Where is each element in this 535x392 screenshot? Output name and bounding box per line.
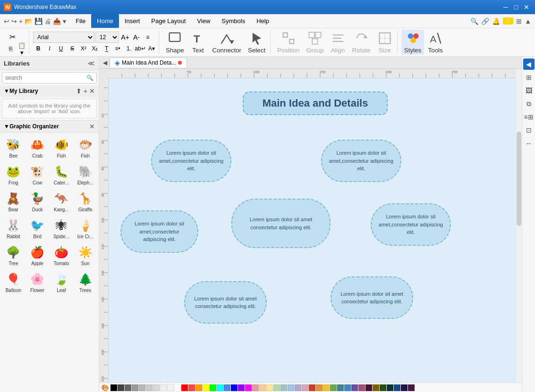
vertical-scrollbar[interactable] (516, 69, 522, 383)
color-swatch[interactable] (323, 384, 330, 391)
color-swatch[interactable] (273, 384, 280, 391)
color-swatch[interactable] (316, 384, 323, 391)
color-swatch[interactable] (401, 384, 408, 391)
color-swatch[interactable] (408, 384, 415, 391)
scrollbar-thumb[interactable] (517, 132, 521, 226)
align-button[interactable]: Align (328, 30, 348, 55)
cloud-shape-1[interactable]: Lorem ipsum dolor sit amet,consectetur a… (151, 140, 231, 182)
color-swatch[interactable] (238, 384, 245, 391)
export-button[interactable]: 📤 (53, 17, 61, 25)
symbol-item-bird[interactable]: 🐦Bird (26, 215, 49, 241)
color-swatch[interactable] (330, 384, 337, 391)
search-web-button[interactable]: 🔍 (470, 17, 478, 25)
symbol-item-fish[interactable]: 🐠Fish (50, 134, 73, 160)
notification-button[interactable]: 🔔 (492, 17, 500, 25)
menu-home[interactable]: Home (91, 14, 119, 28)
text-case-button[interactable]: T̲ (101, 44, 111, 53)
maximize-button[interactable]: □ (511, 2, 521, 12)
rotate-button[interactable]: Rotate (349, 30, 374, 55)
cloud-shape-4[interactable]: Lorem ipsum dolor sit amet consectetur a… (231, 199, 331, 248)
symbol-item-rabbit[interactable]: 🐰Rabbit (2, 215, 25, 241)
bold-button[interactable]: B (33, 44, 43, 53)
go-close-button[interactable]: ✕ (89, 123, 95, 130)
symbol-item-trees[interactable]: 🌲Trees (74, 269, 97, 295)
color-swatch[interactable] (266, 384, 273, 391)
navigator-panel-button[interactable]: ⊡ (523, 125, 535, 136)
color-swatch[interactable] (195, 384, 202, 391)
color-swatch[interactable] (224, 384, 230, 391)
cloud-shape-2[interactable]: Lorem ipsum dolor sit amet,consectetur a… (321, 140, 401, 182)
connector-tool-button[interactable]: Connector (210, 30, 245, 55)
color-swatch[interactable] (302, 384, 308, 391)
color-swatch[interactable] (365, 384, 372, 391)
menu-view[interactable]: View (191, 14, 216, 28)
dropdown-button[interactable]: ▾ (63, 17, 66, 25)
close-button[interactable]: ✕ (522, 2, 531, 12)
minimize-button[interactable]: ─ (501, 2, 510, 12)
layers-panel-button[interactable]: ⧉ (523, 98, 535, 109)
color-swatch[interactable] (210, 384, 216, 391)
size-button[interactable]: Size (374, 30, 395, 55)
prev-tab-button[interactable]: ◀ (103, 59, 107, 66)
color-swatch[interactable] (280, 384, 287, 391)
color-swatch[interactable] (132, 384, 138, 391)
align-button[interactable]: ≡ (143, 33, 153, 42)
add-library-button[interactable]: + (84, 87, 87, 95)
symbol-item-kang[interactable]: 🦘Kang... (50, 188, 73, 214)
color-swatch[interactable] (259, 384, 266, 391)
cloud-shape-5[interactable]: Lorem ipsum dolor sit amet,consectetur a… (371, 203, 451, 246)
fill-color-icon[interactable]: 🎨 (101, 384, 109, 392)
color-swatch[interactable] (167, 384, 174, 391)
symbol-item-frog[interactable]: 🐸Frog (2, 161, 25, 187)
my-library-header[interactable]: ▼ My Library ⬆ + ✕ (0, 85, 99, 97)
color-swatch[interactable] (153, 384, 160, 391)
color-swatch[interactable] (245, 384, 252, 391)
color-swatch[interactable] (188, 384, 195, 391)
import-button[interactable]: ⬆ (76, 87, 82, 95)
symbol-item-apple[interactable]: 🍎Apple (26, 242, 49, 268)
color-swatch[interactable] (125, 384, 131, 391)
cloud-shape-7[interactable]: Lorem ipsum dolor sit amet consectetur a… (331, 276, 413, 319)
symbol-item-spide[interactable]: 🕷Spide... (50, 215, 73, 241)
color-swatch[interactable] (118, 384, 124, 391)
numbering-button[interactable]: 1. (124, 44, 134, 53)
share-button[interactable]: 🔗 (481, 17, 489, 25)
properties-panel-button[interactable]: ≡⊞ (523, 111, 535, 123)
color-swatch[interactable] (351, 384, 358, 391)
canvas-wrapper[interactable]: 50100150200250300 2040608010012014016018… (99, 69, 522, 383)
strikethrough-button[interactable]: S (67, 44, 77, 53)
color-swatch[interactable] (309, 384, 315, 391)
increase-font-button[interactable]: A+ (120, 33, 130, 42)
symbol-item-cow[interactable]: 🐮Cow (26, 161, 49, 187)
redo-button[interactable]: ↪ (11, 17, 17, 25)
subscript-button[interactable]: X₂ (90, 44, 100, 53)
expand-panel-button[interactable]: ↔ (523, 138, 535, 149)
symbol-item-fish[interactable]: 🐡Fish (74, 134, 97, 160)
styles-button[interactable]: Styles (401, 30, 424, 55)
main-tab[interactable]: ◈ Main Idea And Deta... (110, 58, 187, 67)
image-panel-button[interactable]: 🖼 (523, 85, 535, 96)
right-panel-toggle[interactable]: ◀ (523, 58, 535, 70)
underline-button[interactable]: U (56, 44, 66, 53)
color-swatch[interactable] (288, 384, 294, 391)
symbol-item-bear[interactable]: 🧸Bear (2, 188, 25, 214)
text-tool-button[interactable]: T Text (188, 30, 209, 55)
menu-symbols[interactable]: Symbols (216, 14, 251, 28)
color-swatch[interactable] (231, 384, 238, 391)
group-button[interactable]: Group (304, 30, 327, 55)
print-button[interactable]: 🖨 (44, 17, 51, 25)
collapse-sidebar-button[interactable]: ≪ (88, 59, 95, 67)
color-swatch[interactable] (373, 384, 379, 391)
color-swatch[interactable] (160, 384, 167, 391)
copy-button[interactable]: ⎘ (6, 44, 16, 54)
sidebar-search-container[interactable]: 🔍 (2, 72, 97, 83)
menu-help[interactable]: Help (251, 14, 275, 28)
font-size-select[interactable]: 12 (95, 32, 119, 43)
symbol-item-eleph[interactable]: 🐘Eleph... (74, 161, 97, 187)
symbol-item-balloon[interactable]: 🎈Balloon (2, 269, 25, 295)
search-input[interactable] (5, 75, 86, 81)
color-swatch[interactable] (217, 384, 223, 391)
color-swatch[interactable] (387, 384, 393, 391)
menu-pagelayout[interactable]: Page Layout (145, 14, 191, 28)
symbol-item-leaf[interactable]: 🍃Leaf (50, 269, 73, 295)
